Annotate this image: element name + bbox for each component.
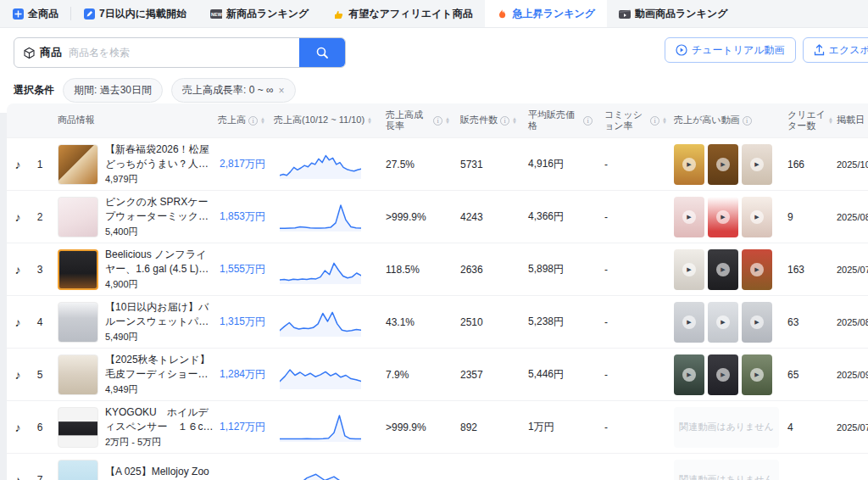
product-image[interactable] <box>58 354 98 395</box>
tab-label: 有望なアフィリエイト商品 <box>348 7 472 21</box>
tab-label: 動画商品ランキング <box>635 7 727 21</box>
header-growth[interactable]: 売上高成長率 i ▲▼ <box>376 109 450 131</box>
product-image[interactable] <box>58 460 98 480</box>
header-product-info: 商品情報 <box>51 114 216 126</box>
avg-price-value: 1万円 <box>520 420 593 434</box>
video-thumbnail[interactable] <box>742 354 772 395</box>
video-thumbnail[interactable] <box>674 249 704 290</box>
video-thumbnail[interactable] <box>674 354 704 395</box>
table-row: ♪ 4 【10日以内お届け】バルーンスウェットパンツ L2111 5,490円 … <box>7 295 868 348</box>
avg-price-value: 4,366円 <box>520 209 593 224</box>
sales-value: 1,853万円 <box>216 209 265 224</box>
video-thumbnail[interactable] <box>708 354 738 395</box>
rank-number: 5 <box>29 369 51 381</box>
sort-icon[interactable]: ▲▼ <box>512 117 517 124</box>
tab-label: 急上昇ランキング <box>513 7 595 21</box>
sales-value: 1,284万円 <box>216 367 265 382</box>
tab-trending-ranking[interactable]: 急上昇ランキング <box>485 0 607 27</box>
tutorial-video-button[interactable]: チュートリアル動画 <box>665 37 796 63</box>
close-icon[interactable]: × <box>279 86 285 96</box>
no-video-placeholder: 関連動画はありません <box>674 407 779 448</box>
product-price: 2万円 - 5万円 <box>105 436 216 449</box>
flame-icon <box>497 8 509 20</box>
info-icon[interactable]: i <box>500 116 509 126</box>
header-avg-price[interactable]: 平均販売価格 i <box>520 109 593 131</box>
filter-chip-growth[interactable]: 売上高成長率: 0 ~ ∞ × <box>171 78 296 103</box>
export-button[interactable]: エクスポート <box>803 37 868 63</box>
product-price: 4,900円 <box>105 278 216 291</box>
search-input[interactable] <box>69 47 299 59</box>
creators-count: 163 <box>786 264 833 276</box>
product-name[interactable]: 【10日以内お届け】バルーンスウェットパンツ L2111 <box>105 300 216 327</box>
product-price: 4,979円 <box>105 173 216 186</box>
product-name[interactable]: 【A 025】Mellojoy Zooシリーズ/メロジョイ <box>105 465 216 480</box>
table-row: ♪ 3 Beelicious ノンフライヤー、1.6 gal (4.5 L)、見… <box>7 243 868 295</box>
video-thumbnail[interactable] <box>674 302 704 343</box>
tab-listed-within-7days[interactable]: 7日以内に掲載開始 <box>71 0 198 27</box>
video-thumbnail[interactable] <box>674 197 704 237</box>
units-value: 2357 <box>450 369 520 381</box>
product-name[interactable]: ピンクの水 SPRXケープウォーターミックス「美と健康… <box>105 195 216 222</box>
video-thumbnail[interactable] <box>708 249 738 290</box>
product-name[interactable]: 【2025秋冬トレンド】毛皮フーディショートジャケット… <box>105 353 216 380</box>
video-thumbnail[interactable] <box>742 197 772 237</box>
product-image[interactable] <box>58 197 98 237</box>
header-commission[interactable]: コミッション率 i ▲▼ <box>593 109 667 131</box>
video-thumbnail[interactable] <box>708 302 738 343</box>
info-icon[interactable]: i <box>650 116 659 126</box>
rank-number: 1 <box>29 159 51 170</box>
growth-value: 43.1% <box>376 316 450 328</box>
units-value: 5731 <box>450 159 520 170</box>
creators-count: 4 <box>786 421 833 433</box>
header-sales-trend[interactable]: 売上高(10/12 ~ 11/10) ▲▼ <box>265 114 376 126</box>
rank-number: 2 <box>29 211 51 223</box>
sales-value: 1,127万円 <box>216 420 265 434</box>
product-name[interactable]: KYOGOKU ホイルディスペンサー １６cm幅対応 ヘ… <box>105 405 216 433</box>
tab-promising-affiliate[interactable]: 有望なアフィリエイト商品 <box>320 0 484 27</box>
listed-date: 2025/08/ <box>833 317 868 327</box>
info-icon[interactable]: i <box>248 116 258 126</box>
creators-count: 9 <box>786 211 833 223</box>
sales-sparkline <box>280 254 361 285</box>
info-icon[interactable]: i <box>433 116 442 126</box>
product-name[interactable]: 【新春福袋2026！松屋どっちがうまい？人気TOP3詰め… <box>105 142 216 170</box>
product-image[interactable] <box>58 249 98 290</box>
product-name[interactable]: Beelicious ノンフライヤー、1.6 gal (4.5 L)、見える窓、… <box>105 248 216 275</box>
sort-icon[interactable]: ▲▼ <box>367 117 372 124</box>
sales-sparkline <box>280 412 361 443</box>
search-row: 商品 チュートリアル動画 エクスポート <box>0 28 868 73</box>
info-icon[interactable]: i <box>583 116 593 126</box>
tab-video-product-ranking[interactable]: 動画商品ランキング <box>607 0 739 27</box>
video-thumbnail[interactable] <box>708 197 738 237</box>
search-button[interactable] <box>299 37 345 68</box>
video-thumbnail[interactable] <box>742 249 772 290</box>
export-icon <box>814 44 825 56</box>
pencil-icon <box>83 8 95 20</box>
units-value: 2636 <box>450 264 520 276</box>
rank-number: 7 <box>29 474 51 480</box>
product-image[interactable] <box>58 302 98 343</box>
commission-value: - <box>593 264 667 276</box>
product-image[interactable] <box>58 407 98 448</box>
sales-value: 2,817万円 <box>216 157 265 171</box>
top-videos <box>667 249 786 290</box>
video-thumbnail[interactable] <box>742 144 772 185</box>
tab-new-product-ranking[interactable]: NEW 新商品ランキング <box>198 0 320 27</box>
product-price: 5,490円 <box>105 331 216 343</box>
info-icon[interactable]: i <box>743 116 752 126</box>
commission-value: - <box>593 369 667 381</box>
growth-value: >999.9% <box>376 211 450 223</box>
video-thumbnail[interactable] <box>708 144 738 185</box>
video-thumbnail[interactable] <box>742 302 772 343</box>
header-listed-date[interactable]: 掲載日 ▲▼ <box>833 114 868 126</box>
creators-count: 166 <box>786 159 833 170</box>
table-row: ♪ 1 【新春福袋2026！松屋どっちがうまい？人気TOP3詰め… 4,979円… <box>7 137 868 190</box>
tab-all-products[interactable]: 全商品 <box>0 0 70 27</box>
filter-chip-period[interactable]: 期間: 過去30日間 <box>63 78 163 103</box>
header-sales[interactable]: 売上高 i ▲▼ <box>216 114 265 126</box>
avg-price-value: 4,916円 <box>520 157 593 171</box>
product-image[interactable] <box>58 144 98 185</box>
video-thumbnail[interactable] <box>674 144 704 185</box>
header-units-sold[interactable]: 販売件数 i ▲▼ <box>450 114 520 126</box>
header-creators[interactable]: クリエイター数 ▲▼ <box>786 109 833 131</box>
